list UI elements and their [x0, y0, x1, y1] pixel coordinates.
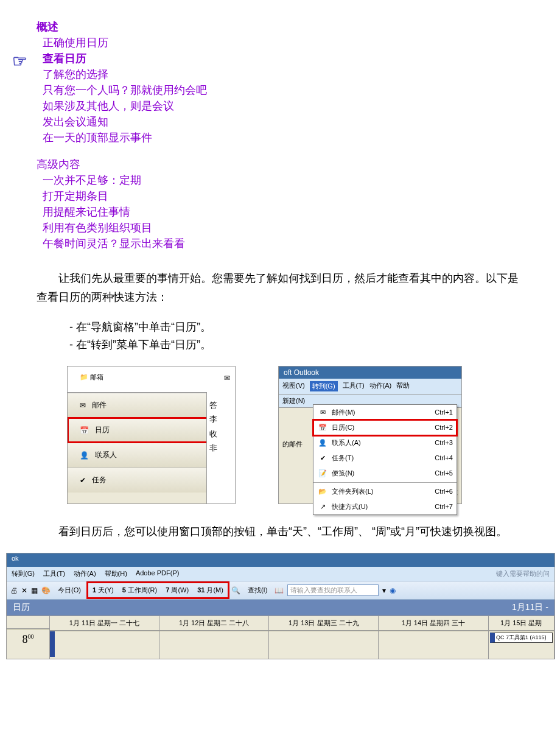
day-column[interactable]: 1月 14日 星期四 三十 — [379, 616, 488, 659]
calendar-header: 日历 1月11日 - — [7, 600, 555, 615]
table-of-contents: 概述 正确使用日历 查看日历 了解您的选择 只有您一个人吗？那就使用约会吧 如果… — [37, 19, 523, 251]
view-workweek-button[interactable]: 5 工作周(R) — [119, 584, 161, 597]
paragraph: 看到日历后，您可以使用窗口顶部的按钮，单击“天”、“工作周”、 “周”或“月”可… — [37, 522, 523, 541]
toc-item[interactable]: 了解您的选择 — [43, 67, 523, 82]
toc-item[interactable]: 在一天的顶部显示事件 — [43, 130, 523, 145]
toc-item[interactable]: 如果涉及其他人，则是会议 — [43, 99, 523, 113]
menu-item-notes[interactable]: 📝便笺(N)Ctrl+5 — [313, 466, 457, 481]
grid-icon[interactable]: ▦ — [31, 586, 38, 595]
window-title: oft Outlook — [279, 366, 461, 379]
menubar: 视图(V) 转到(G) 工具(T) 动作(A) 帮助 — [279, 379, 461, 395]
day-column[interactable]: 1月 13日 星期三 二十九 — [269, 616, 379, 659]
menu-goto[interactable]: 转到(G) — [310, 381, 338, 391]
mail-icon: ✉ — [224, 374, 230, 382]
toc-item[interactable]: 打开定期条目 — [43, 189, 523, 203]
menu-goto[interactable]: 转到(G) — [12, 569, 35, 578]
day-header: 1月 12日 星期二 二十八 — [159, 616, 268, 631]
view-month-button[interactable]: 31 月(M) — [194, 584, 227, 597]
toc-item[interactable]: 发出会议通知 — [43, 114, 523, 129]
paragraph: 让我们先从最重要的事情开始。您需要先了解如何找到日历，然后才能查看其中的内容。以… — [37, 269, 523, 306]
time-column: 800 — [7, 616, 50, 659]
view-buttons-group: 1 天(Y) 5 工作周(R) 7 周(W) 31 月(M) — [88, 583, 228, 597]
view-day-button[interactable]: 1 天(Y) — [89, 584, 117, 597]
folder-icon: 📂 — [317, 488, 328, 496]
day-header: 1月 11日 星期一 二十七 — [50, 616, 159, 631]
shortcut-icon: ↗ — [317, 503, 328, 511]
calendar-icon: 📅 — [80, 426, 89, 435]
mail-icon: ✉ — [80, 401, 86, 410]
titlebar-fragment: ok — [7, 553, 555, 567]
toc-item[interactable]: 只有您一个人吗？那就使用约会吧 — [43, 83, 523, 97]
toc-item-current[interactable]: 查看日历 — [43, 51, 523, 66]
screenshot-goto-menu: oft Outlook 视图(V) 转到(G) 工具(T) 动作(A) 帮助 新… — [278, 366, 462, 504]
screenshot-nav-pane: 📁 邮箱✉ ✉邮件 📅日历 👤联系人 ✔任务 答 李 收 非 — [67, 366, 236, 504]
time-slot: 800 — [7, 629, 49, 659]
menu-item-folderlist[interactable]: 📂文件夹列表(L)Ctrl+6 — [313, 484, 457, 499]
toolbar: 🖨 ✕ ▦ 🎨 今日(O) 1 天(Y) 5 工作周(R) 7 周(W) 31 … — [7, 581, 555, 600]
menu-view[interactable]: 视图(V) — [282, 381, 305, 391]
menubar: 转到(G) 工具(T) 动作(A) 帮助(H) Adobe PDF(P) 键入需… — [7, 567, 555, 581]
toc-item[interactable]: 用提醒来记住事情 — [43, 205, 523, 219]
day-column[interactable]: 1月 12日 星期二 二十八 — [159, 616, 269, 659]
calendar-grid: 800 1月 11日 星期一 二十七 1月 12日 星期二 二十八 1月 13日… — [7, 615, 555, 659]
print-icon[interactable]: 🖨 — [10, 586, 18, 595]
toc-heading: 概述 — [37, 19, 523, 34]
mail-icon: ✉ — [317, 409, 328, 416]
menu-item-calendar[interactable]: 📅日历(C)Ctrl+2 — [313, 420, 457, 435]
calendar-icon: 📅 — [317, 424, 328, 432]
task-icon: ✔ — [317, 454, 328, 462]
menu-help[interactable]: 帮助(H) — [105, 569, 127, 578]
toc-section: 高级内容 — [37, 157, 523, 172]
find-icon[interactable]: 🔍 — [231, 586, 240, 595]
menu-actions[interactable]: 动作(A) — [74, 569, 96, 578]
notes-icon: 📝 — [317, 469, 328, 477]
contact-icon: 👤 — [80, 451, 89, 460]
menu-actions[interactable]: 动作(A) — [369, 381, 392, 391]
toc-item[interactable]: 利用有色类别组织项目 — [43, 220, 523, 235]
folder-label: 📁 邮箱 — [80, 373, 103, 382]
find-button[interactable]: 查找(I) — [244, 584, 271, 597]
addressbook-icon[interactable]: 📖 — [275, 586, 284, 595]
bg-text: 的邮件 — [282, 440, 303, 449]
busy-indicator — [50, 631, 55, 657]
bullet-item: - 在“导航窗格”中单击“日历”。 — [69, 318, 523, 336]
side-fragment: 答 李 收 非 — [206, 392, 235, 504]
bullet-item: - 在“转到”菜单下单击“日历”。 — [69, 336, 523, 354]
menu-adobe[interactable]: Adobe PDF(P) — [136, 569, 180, 578]
delete-icon[interactable]: ✕ — [21, 586, 27, 595]
view-week-button[interactable]: 7 周(W) — [162, 584, 192, 597]
toc-item[interactable]: 正确使用日历 — [43, 35, 523, 50]
dropdown-icon[interactable]: ▾ — [382, 586, 386, 595]
color-icon[interactable]: 🎨 — [41, 586, 51, 595]
menu-help[interactable]: 帮助 — [396, 381, 410, 391]
day-column[interactable]: 1月 11日 星期一 二十七 — [50, 616, 159, 659]
calendar-event[interactable]: QC 7工具第1 (A115) — [490, 633, 553, 643]
day-column[interactable]: 1月 15日 星期 QC 7工具第1 (A115) — [489, 616, 555, 659]
day-header: 1月 14日 星期四 三十 — [379, 616, 488, 631]
menu-item-tasks[interactable]: ✔任务(T)Ctrl+4 — [313, 451, 457, 466]
menu-tools[interactable]: 工具(T) — [43, 569, 65, 578]
contact-search-input[interactable]: 请输入要查找的联系人 — [287, 584, 379, 596]
today-button[interactable]: 今日(O) — [54, 584, 85, 597]
day-header: 1月 13日 星期三 二十九 — [269, 616, 378, 631]
contact-icon: 👤 — [317, 439, 328, 447]
help-hint[interactable]: 键入需要帮助的问 — [496, 569, 550, 578]
menu-tools[interactable]: 工具(T) — [343, 381, 365, 391]
toc-item[interactable]: 一次并不足够：定期 — [43, 173, 523, 188]
help-icon[interactable]: ◉ — [390, 586, 396, 595]
menu-item-shortcuts[interactable]: ↗快捷方式(U)Ctrl+7 — [313, 499, 457, 514]
screenshot-calendar-view: ok 转到(G) 工具(T) 动作(A) 帮助(H) Adobe PDF(P) … — [6, 553, 555, 659]
day-header: 1月 15日 星期 — [489, 616, 554, 631]
menu-item-mail[interactable]: ✉邮件(M)Ctrl+1 — [313, 405, 457, 420]
bullet-list: - 在“导航窗格”中单击“日历”。 - 在“转到”菜单下单击“日历”。 — [37, 318, 523, 354]
menu-item-contacts[interactable]: 👤联系人(A)Ctrl+3 — [313, 435, 457, 451]
calendar-date-range: 1月11日 - — [512, 602, 548, 613]
calendar-title: 日历 — [13, 602, 30, 613]
task-icon: ✔ — [80, 476, 86, 485]
toc-item[interactable]: 午餐时间灵活？显示出来看看 — [43, 236, 523, 251]
dropdown-menu: ✉邮件(M)Ctrl+1 📅日历(C)Ctrl+2 👤联系人(A)Ctrl+3 … — [313, 404, 457, 515]
